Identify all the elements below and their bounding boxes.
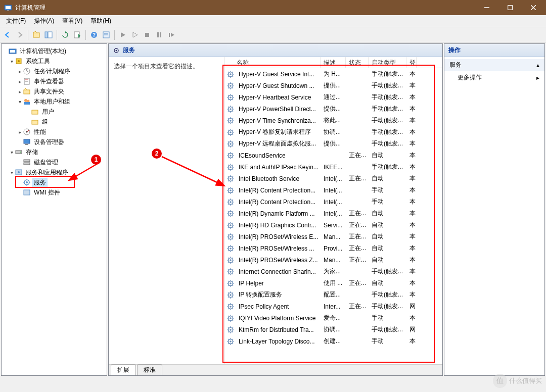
svg-point-186 <box>230 224 232 226</box>
svg-point-56 <box>230 73 232 75</box>
tree-local-users[interactable]: ▾本地用户和组 <box>2 96 107 107</box>
service-row[interactable]: Hyper-V Heartbeat Service通过...手动(触发...本 <box>224 91 442 103</box>
tree-wmi[interactable]: WMI 控件 <box>2 187 107 198</box>
center-header: 服务 <box>109 44 442 57</box>
actions-section-services[interactable]: 服务 ▴ <box>444 59 544 71</box>
service-startup: 自动 <box>370 209 407 218</box>
svg-point-206 <box>230 248 232 250</box>
restart-service-button[interactable] <box>166 29 177 40</box>
minimize-button[interactable] <box>475 0 498 15</box>
tree-users[interactable]: 用户 <box>2 107 107 117</box>
tree-event-viewer[interactable]: ▸事件查看器 <box>2 76 107 86</box>
export-button[interactable] <box>72 29 83 40</box>
service-logon: 本 <box>407 151 418 160</box>
back-button[interactable] <box>2 29 13 40</box>
service-row[interactable]: Hyper-V PowerShell Direct...提供...手动(触发..… <box>224 103 442 115</box>
service-row[interactable]: Intel(R) Content Protection...Intel(...手… <box>224 196 442 208</box>
tree-root[interactable]: 计算机管理(本地) <box>2 46 107 56</box>
col-startup[interactable]: 启动类型 <box>369 57 406 68</box>
service-logon: 本 <box>407 93 418 102</box>
service-row[interactable]: Hyper-V Guest Service Int...为 H...手动(触发.… <box>224 68 442 80</box>
svg-point-216 <box>230 259 232 261</box>
menu-view[interactable]: 查看(V) <box>58 16 86 26</box>
service-row[interactable]: Internet Connection Sharin...为家...手动(触发.… <box>224 266 442 277</box>
tree-system-tools[interactable]: ▾系统工具 <box>2 56 107 66</box>
col-description[interactable]: 描述 <box>321 57 346 68</box>
service-row[interactable]: Intel(R) Dynamic Platform ...Intel(...正在… <box>224 208 442 219</box>
service-row[interactable]: IP 转换配置服务配置...手动(触发...本 <box>224 289 442 301</box>
col-status[interactable]: 状态 <box>346 57 369 68</box>
tree-task-scheduler[interactable]: ▸任务计划程序 <box>2 66 107 76</box>
menu-action[interactable]: 操作(A) <box>30 16 58 26</box>
tree-panel[interactable]: 计算机管理(本地) ▾系统工具 ▸任务计划程序 ▸事件查看器 ▸共享文件夹 ▾本… <box>1 43 107 376</box>
service-row[interactable]: IKE and AuthIP IPsec Keyin...IKEE...手动(触… <box>224 161 442 173</box>
action-more[interactable]: 更多操作 ▸ <box>444 71 544 84</box>
stop-service-button[interactable] <box>142 29 153 40</box>
forward-button[interactable] <box>14 29 25 40</box>
service-row[interactable]: Intel(R) PROSet/Wireless ...Provi...正在..… <box>224 242 442 254</box>
list-header[interactable]: 名称 描述 状态 启动类型 登 <box>224 57 442 68</box>
svg-point-236 <box>230 282 232 284</box>
service-row[interactable]: Intel Bluetooth ServiceIntel(...正在...自动本 <box>224 173 442 184</box>
refresh-button[interactable] <box>60 29 71 40</box>
service-row[interactable]: Intel(R) Content Protection...Intel(...手… <box>224 184 442 196</box>
service-row[interactable]: Intel(R) PROSet/Wireless E...Man...正在...… <box>224 231 442 242</box>
tree-device-manager[interactable]: 设备管理器 <box>2 137 107 147</box>
svg-line-241 <box>228 281 229 282</box>
menu-file[interactable]: 文件(F) <box>2 16 30 26</box>
center-tabs: 扩展 标准 <box>109 364 442 375</box>
close-button[interactable] <box>522 0 545 15</box>
tree-groups[interactable]: 组 <box>2 117 107 127</box>
start-service-button[interactable] <box>117 29 128 40</box>
up-button[interactable] <box>31 29 42 40</box>
service-row[interactable]: IPsec Policy AgentInter...正在...手动(触发...网 <box>224 301 442 312</box>
service-row[interactable]: Intel(R) HD Graphics Contr...Servi...正在.… <box>224 219 442 231</box>
service-row[interactable]: Hyper-V 卷影复制请求程序协调...手动(触发...本 <box>224 126 442 138</box>
service-row[interactable]: Hyper-V Guest Shutdown ...提供...手动(触发...本 <box>224 80 442 91</box>
tree-services[interactable]: 服务 <box>2 177 107 187</box>
tab-extended[interactable]: 扩展 <box>111 364 136 375</box>
services-list[interactable]: 名称 描述 状态 启动类型 登 Hyper-V Guest Service In… <box>224 57 442 364</box>
help-button[interactable]: ? <box>88 29 100 40</box>
service-logon: 本 <box>407 174 418 183</box>
svg-rect-42 <box>24 160 30 162</box>
svg-line-121 <box>228 141 229 142</box>
menu-help[interactable]: 帮助(H) <box>86 16 115 26</box>
service-startup: 手动 <box>370 314 407 322</box>
pause-start-button[interactable] <box>129 29 141 40</box>
col-logon[interactable]: 登 <box>406 57 417 68</box>
svg-line-231 <box>228 269 229 270</box>
svg-line-294 <box>233 339 234 340</box>
service-row[interactable]: KtmRm for Distributed Tra...协调...手动(触发..… <box>224 324 442 335</box>
svg-point-136 <box>230 166 232 168</box>
col-name[interactable]: 名称 <box>224 57 321 68</box>
tab-standard[interactable]: 标准 <box>137 364 162 375</box>
maximize-button[interactable] <box>498 0 522 15</box>
tree-disk-management[interactable]: 磁盘管理 <box>2 157 107 167</box>
service-gear-icon <box>226 128 235 136</box>
service-row[interactable]: Hyper-V 远程桌面虚拟化服...提供...手动(触发...本 <box>224 138 442 150</box>
svg-line-102 <box>233 122 234 123</box>
properties-button[interactable] <box>101 29 112 40</box>
service-status: 正在... <box>347 232 370 241</box>
service-row[interactable]: Hyper-V Time Synchroniza...将此...手动(触发...… <box>224 115 442 126</box>
service-startup: 手动(触发... <box>370 139 407 148</box>
service-gear-icon <box>226 314 235 322</box>
show-hide-tree-button[interactable] <box>43 29 54 40</box>
service-row[interactable]: Intel(R) PROSet/Wireless Z...Man...正在...… <box>224 254 442 266</box>
center-title: 服务 <box>123 46 135 55</box>
pause-service-button[interactable] <box>154 29 165 40</box>
service-status: 正在... <box>347 174 370 183</box>
service-row[interactable]: ICEsoundService正在...自动本 <box>224 150 442 161</box>
service-row[interactable]: Link-Layer Topology Disco...创建...手动本 <box>224 335 442 347</box>
center-panel: 服务 选择一个项目来查看它的描述。 名称 描述 状态 启动类型 登 Hyper-… <box>108 43 443 376</box>
service-row[interactable]: IP Helper使用 ...正在...自动本 <box>224 277 442 289</box>
tree-shared-folders[interactable]: ▸共享文件夹 <box>2 86 107 96</box>
tree-performance[interactable]: ▸性能 <box>2 127 107 137</box>
tree-storage[interactable]: ▾存储 <box>2 147 107 157</box>
svg-rect-17 <box>157 32 159 37</box>
service-gear-icon <box>226 105 235 113</box>
service-row[interactable]: IQIYI Video Platform Service爱奇...手动本 <box>224 312 442 324</box>
tree-services-apps[interactable]: ▾服务和应用程序 <box>2 167 107 177</box>
service-startup: 自动 <box>370 232 407 241</box>
